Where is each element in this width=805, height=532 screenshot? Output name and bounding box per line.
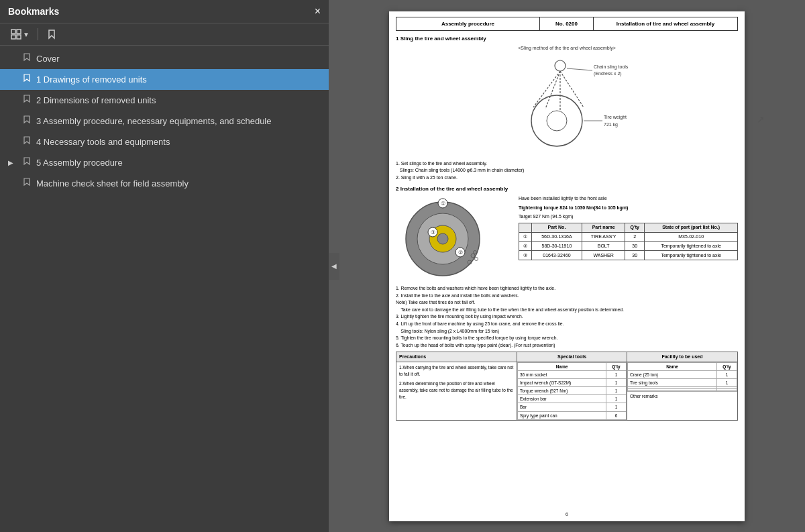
sidebar-item-assembly-proc[interactable]: ▶ 5 Assembly procedure (0, 152, 329, 173)
sidebar-item-label: 1 Drawings of removed units (36, 74, 321, 85)
install-step-1: 1. Remove the bolts and washers which ha… (396, 285, 738, 292)
tool-qty: 1 (606, 403, 627, 411)
parts-col-icon (519, 223, 532, 232)
axle-note: Have been installed lightly to the front… (519, 195, 738, 202)
header-col1: Assembly procedure (396, 17, 540, 30)
row-state: M35-02-010 (645, 232, 738, 242)
table-row: ③ 01643-32460 WASHER 30 Temporarily tigh… (519, 251, 738, 260)
section1-steps: 1. Set slings to the tire and wheel asse… (396, 160, 738, 182)
precautions-header: Precautions (396, 352, 517, 362)
row-icon: ② (519, 242, 532, 251)
bookmark-flag-icon (23, 136, 31, 148)
special-tools-section: Special tools Name Q'ty 36 mm socket 1 (517, 352, 627, 419)
row-partno: 56D-30-1316A (531, 232, 582, 242)
row-state: Temporarily tightened to axle (645, 242, 738, 251)
header-col2: No. 0200 (540, 17, 594, 30)
bookmark-flag-icon (23, 178, 31, 189)
section1-subtitle: <Sling method of the tire and wheel asse… (396, 45, 738, 52)
sidebar-item-label: Cover (36, 54, 321, 64)
facility-header: Facility to be used (627, 352, 737, 362)
table-row: Impact wrench (GT-S22M) 1 (518, 379, 627, 387)
sidebar-item-dimensions[interactable]: 2 Dimensions of removed units (0, 90, 329, 111)
install-step-5: 5. Tighten the tire mounting bolts to th… (396, 335, 738, 342)
table-row: 36 mm socket 1 (518, 371, 627, 379)
tools-qty-header: Q'ty (606, 362, 627, 370)
svg-text:①: ① (441, 201, 445, 207)
tightening-torque: Tightening torque 824 to 1030 Nm(84 to 1… (519, 205, 738, 211)
precautions-section: Precautions 1.When carrying the tire and… (396, 352, 517, 419)
close-button[interactable]: × (315, 5, 321, 17)
chain-sling-svg: Chain sling tools (Endress x 2) Tire wei… (473, 54, 661, 158)
row-partno: 01643-32460 (531, 251, 582, 260)
svg-line-13 (567, 68, 592, 70)
table-row: Tire sling tools 1 (628, 379, 737, 387)
precautions-content: 1.When carrying the tire and wheel assem… (396, 362, 517, 403)
row-qty: 30 (625, 242, 645, 251)
install-note: Note) Take care that tires do not fall o… (396, 299, 738, 307)
bottom-tables: Precautions 1.When carrying the tire and… (396, 352, 738, 420)
sidebar-item-machine-check[interactable]: Machine check sheet for field assembly (0, 173, 329, 194)
install-step-2: 2. Install the tire to the axle and inst… (396, 292, 738, 300)
table-row: Crane (25 ton) 1 (628, 371, 737, 379)
tool-qty: 1 (606, 395, 627, 403)
special-tools-header: Special tools (517, 352, 627, 362)
precaution-2: 2.When determining the position of tire … (399, 380, 514, 401)
cursor-indicator: ↗ (757, 114, 765, 125)
table-row: Torque wrench (927 Nm) 1 (518, 387, 627, 395)
chain-sling-diagram-area: Chain sling tools (Endress x 2) Tire wei… (396, 54, 738, 158)
row-state: Temporarily tightened to axle (645, 251, 738, 260)
table-row: ① 56D-30-1316A TIRE ASS'Y 2 M35-02-010 (519, 232, 738, 242)
step-1: 1. Set slings to the tire and wheel asse… (396, 160, 738, 168)
tool-name: Impact wrench (GT-S22M) (518, 379, 606, 387)
sidebar-item-necessary-tools[interactable]: 4 Necessary tools and equipments (0, 131, 329, 152)
sidebar-item-assembly-equip[interactable]: 3 Assembly procedure, necessary equipmen… (0, 111, 329, 131)
svg-point-29 (475, 258, 478, 261)
bookmark-list: Cover 1 Drawings of removed units 2 Dime… (0, 46, 329, 532)
row-qty: 30 (625, 251, 645, 260)
bookmark-flag-icon (23, 74, 31, 85)
sidebar-header: Bookmarks × (0, 0, 329, 23)
bookmark-flag-icon (23, 157, 31, 168)
parts-col-partname: Part name (582, 223, 625, 232)
parts-col-partno: Part No. (531, 223, 582, 232)
sidebar-toolbar: ▼ (0, 23, 329, 46)
tool-name: Spry type paint can (518, 411, 606, 419)
svg-text:③: ③ (431, 229, 435, 235)
collapse-panel-button[interactable]: ◀ (329, 253, 339, 280)
facility-table: Name Q'ty Crane (25 ton) 1 Tire sling to… (627, 362, 737, 391)
facility-qty: 1 (717, 379, 737, 387)
facility-section: Facility to be used Name Q'ty Crane (25 … (627, 352, 737, 419)
bookmarks-panel: Bookmarks × ▼ Cover (0, 0, 329, 532)
tools-name-header: Name (518, 362, 606, 370)
svg-rect-1 (17, 30, 21, 34)
header-col3: Installation of tire and wheel assembly (594, 17, 737, 30)
tool-qty: 1 (606, 379, 627, 387)
tool-name: Bar (518, 403, 606, 411)
bookmark-icon-button[interactable] (44, 28, 60, 41)
tire-installation-svg: ① ② ③ (396, 195, 513, 282)
parts-table: Part No. Part name Q'ty State of part (p… (519, 223, 738, 260)
row-icon: ③ (519, 251, 532, 260)
facility-qty-header: Q'ty (717, 362, 737, 370)
parts-col-qty: Q'ty (625, 223, 645, 232)
svg-text:Tire weight: Tire weight (604, 115, 627, 120)
row-qty: 2 (625, 232, 645, 242)
bookmark-flag-icon (23, 115, 31, 127)
svg-line-7 (560, 71, 584, 107)
install-note-detail: Take care not to damage the air filling … (396, 307, 738, 314)
toolbar-separator (38, 28, 38, 40)
facility-name-header: Name (628, 362, 717, 370)
tool-qty: 1 (606, 387, 627, 395)
svg-text:(Endress x 2): (Endress x 2) (594, 71, 622, 76)
sidebar-item-drawings[interactable]: 1 Drawings of removed units (0, 69, 329, 90)
svg-point-20 (437, 233, 448, 244)
grid-view-button[interactable]: ▼ (8, 28, 32, 41)
svg-rect-0 (11, 30, 15, 34)
row-icon: ① (519, 232, 532, 242)
svg-line-5 (533, 71, 560, 107)
svg-point-9 (531, 95, 582, 146)
row-partname: WASHER (582, 251, 625, 260)
tool-name: Extension bar (518, 395, 606, 403)
facility-name: Crane (25 ton) (628, 371, 717, 379)
sidebar-item-cover[interactable]: Cover (0, 48, 329, 69)
